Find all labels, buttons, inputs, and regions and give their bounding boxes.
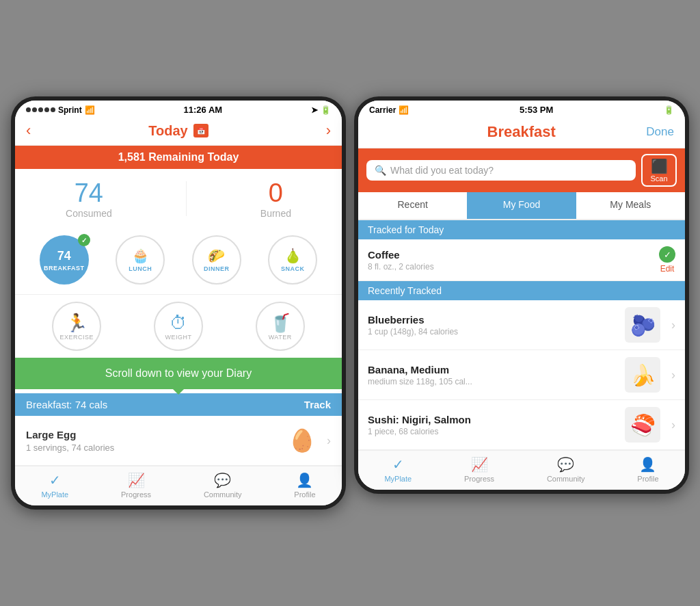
exercise-circle[interactable]: 🏃 EXERCISE xyxy=(52,302,101,351)
blueberries-image: 🫐 xyxy=(625,307,660,343)
status-bar-left: Sprint 📶 11:26 AM ➤ 🔋 xyxy=(15,101,342,118)
carrier-left: Sprint xyxy=(58,105,82,115)
phone-left: Sprint 📶 11:26 AM ➤ 🔋 ‹ Today 📅 › 1,581 … xyxy=(11,96,346,510)
coffee-desc: 8 fl. oz., 2 calories xyxy=(368,262,659,272)
nav-progress-left[interactable]: 📈 Progress xyxy=(121,472,151,499)
phone-right: Carrier 📶 5:53 PM 🔋 Breakfast Done 🔍 Wha… xyxy=(354,96,689,494)
food-name: Large Egg xyxy=(26,429,280,440)
exercise-icon: 🏃 xyxy=(66,313,88,334)
search-input[interactable]: 🔍 What did you eat today? xyxy=(366,160,636,181)
dinner-label: DINNER xyxy=(204,265,230,272)
food-item-large-egg[interactable]: Large Egg 1 servings, 74 calories 🥚 › xyxy=(15,416,342,466)
blueberries-desc: 1 cup (148g), 84 calories xyxy=(368,327,621,337)
burned-label: Burned xyxy=(260,208,291,219)
banana-desc: medium size 118g, 105 cal... xyxy=(368,377,621,386)
consumed-number: 74 xyxy=(66,179,112,208)
banana-name: Banana, Medium xyxy=(368,364,621,376)
carrier-right: Carrier xyxy=(369,105,396,115)
food-tabs: Recent My Food My Meals xyxy=(358,192,685,220)
calories-remaining-bar: 1,581 Remaining Today xyxy=(15,146,342,169)
breakfast-check: ✓ xyxy=(78,234,90,246)
weight-icon: ⏱ xyxy=(170,313,187,334)
scroll-diary-banner: Scroll down to view your Diary xyxy=(15,358,342,389)
breakfast-circle[interactable]: ✓ 74 BREAKFAST xyxy=(40,235,89,285)
activity-circles: 🏃 EXERCISE ⏱ WEIGHT 🥤 WATER xyxy=(15,295,342,358)
tab-my-meals[interactable]: My Meals xyxy=(576,192,685,219)
burned-number: 0 xyxy=(260,179,291,208)
food-row-banana[interactable]: Banana, Medium medium size 118g, 105 cal… xyxy=(358,350,685,400)
scan-button[interactable]: ⬛ Scan xyxy=(641,154,677,187)
progress-label-right: Progress xyxy=(464,475,494,483)
nav-myplate-right[interactable]: ✓ MyPlate xyxy=(384,456,412,483)
search-placeholder: What did you eat today? xyxy=(390,165,494,176)
banana-image: 🍌 xyxy=(625,357,660,393)
consumed-stat: 74 Consumed xyxy=(66,179,112,219)
wifi-icon-left: 📶 xyxy=(85,105,95,115)
progress-label-left: Progress xyxy=(121,490,151,499)
food-row-coffee[interactable]: Coffee 8 fl. oz., 2 calories ✓ Edit xyxy=(358,239,685,281)
consumed-label: Consumed xyxy=(66,208,112,219)
progress-icon-left: 📈 xyxy=(128,472,145,488)
sushi-image: 🍣 xyxy=(625,407,660,443)
time-right: 5:53 PM xyxy=(520,105,553,115)
progress-icon-right: 📈 xyxy=(471,456,488,473)
nav-profile-left[interactable]: 👤 Profile xyxy=(294,472,315,499)
food-item-chevron: › xyxy=(327,434,331,448)
sushi-name: Sushi: Nigiri, Salmon xyxy=(368,414,621,425)
myplate-icon-right: ✓ xyxy=(392,456,404,473)
breakfast-label: BREAKFAST xyxy=(44,265,85,272)
food-row-blueberries[interactable]: Blueberries 1 cup (148g), 84 calories 🫐 … xyxy=(358,300,685,350)
breakfast-number: 74 xyxy=(57,249,71,263)
track-button[interactable]: Track xyxy=(304,399,331,410)
sushi-chevron: › xyxy=(671,418,675,432)
next-day-button[interactable]: › xyxy=(326,122,331,140)
profile-icon-right: 👤 xyxy=(639,456,656,473)
nav-community-left[interactable]: 💬 Community xyxy=(204,472,242,499)
water-label: WATER xyxy=(269,334,292,341)
prev-day-button[interactable]: ‹ xyxy=(26,122,31,140)
food-row-sushi[interactable]: Sushi: Nigiri, Salmon 1 piece, 68 calori… xyxy=(358,400,685,450)
nav-community-right[interactable]: 💬 Community xyxy=(547,456,585,483)
today-nav-header: ‹ Today 📅 › xyxy=(15,118,342,146)
breakfast-title: Breakfast xyxy=(487,123,556,141)
done-button[interactable]: Done xyxy=(646,125,674,139)
breakfast-header: Breakfast Done xyxy=(358,118,685,148)
lunch-icon: 🧁 xyxy=(132,248,149,264)
myplate-label-left: MyPlate xyxy=(41,490,68,499)
coffee-name: Coffee xyxy=(368,249,659,261)
nav-progress-right[interactable]: 📈 Progress xyxy=(464,456,494,483)
myplate-icon-left: ✓ xyxy=(49,472,61,488)
profile-label-left: Profile xyxy=(294,490,315,499)
food-desc: 1 servings, 74 calories xyxy=(26,443,280,453)
community-icon-right: 💬 xyxy=(557,456,574,473)
community-label-left: Community xyxy=(204,490,242,499)
location-icon: ➤ xyxy=(311,105,318,115)
coffee-edit[interactable]: Edit xyxy=(660,264,675,274)
dinner-circle[interactable]: 🌮 DINNER xyxy=(192,235,241,285)
water-circle[interactable]: 🥤 WATER xyxy=(256,302,305,351)
search-icon: 🔍 xyxy=(375,165,386,176)
snack-label: SNACK xyxy=(281,265,305,272)
nav-myplate-left[interactable]: ✓ MyPlate xyxy=(41,472,68,499)
dinner-icon: 🌮 xyxy=(208,248,225,264)
tab-recent[interactable]: Recent xyxy=(358,192,467,219)
profile-icon-left: 👤 xyxy=(296,472,313,488)
snack-circle[interactable]: 🍐 SNACK xyxy=(268,235,317,285)
blueberries-name: Blueberries xyxy=(368,314,621,326)
profile-label-right: Profile xyxy=(637,475,658,483)
lunch-circle[interactable]: 🧁 LUNCH xyxy=(116,235,165,285)
tab-my-food[interactable]: My Food xyxy=(467,192,576,219)
burned-stat: 0 Burned xyxy=(260,179,291,219)
nav-profile-right[interactable]: 👤 Profile xyxy=(637,456,658,483)
tracked-today-header: Tracked for Today xyxy=(358,220,685,239)
bottom-nav-left: ✓ MyPlate 📈 Progress 💬 Community 👤 Profi… xyxy=(15,466,342,505)
wifi-icon-right: 📶 xyxy=(399,105,409,115)
weight-circle[interactable]: ⏱ WEIGHT xyxy=(154,302,203,351)
stats-row: 74 Consumed 0 Burned xyxy=(15,169,342,228)
breakfast-cals-label: Breakfast: 74 cals xyxy=(26,399,107,410)
banana-chevron: › xyxy=(671,368,675,382)
blueberries-chevron: › xyxy=(671,318,675,332)
battery-icon-right: 🔋 xyxy=(664,105,674,115)
exercise-label: EXERCISE xyxy=(60,334,94,341)
weight-label: WEIGHT xyxy=(165,334,191,341)
